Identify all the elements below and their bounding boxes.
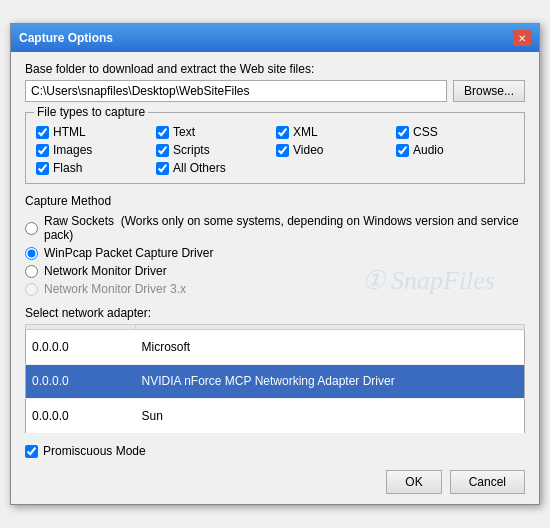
capture-method-section: Capture Method Raw Sockets (Works only o…: [25, 194, 525, 296]
promiscuous-checkbox[interactable]: [25, 445, 38, 458]
browse-button[interactable]: Browse...: [453, 80, 525, 102]
checkbox-audio[interactable]: Audio: [396, 143, 514, 157]
checkbox-all-others[interactable]: All Others: [156, 161, 274, 175]
close-button[interactable]: ✕: [513, 30, 531, 46]
checkbox-scripts[interactable]: Scripts: [156, 143, 274, 157]
promiscuous-label: Promiscuous Mode: [43, 444, 146, 458]
path-input[interactable]: [25, 80, 447, 102]
network-adapter-label: Select network adapter:: [25, 306, 525, 320]
base-folder-label: Base folder to download and extract the …: [25, 62, 525, 76]
radio-raw-sockets[interactable]: Raw Sockets (Works only on some systems,…: [25, 214, 525, 242]
radio-winpcap[interactable]: WinPcap Packet Capture Driver: [25, 246, 525, 260]
checkbox-text[interactable]: Text: [156, 125, 274, 139]
capture-method-title: Capture Method: [25, 194, 525, 208]
title-bar: Capture Options ✕: [11, 24, 539, 52]
table-row[interactable]: 0.0.0.0 Sun: [26, 399, 525, 434]
cancel-button[interactable]: Cancel: [450, 470, 525, 494]
checkbox-xml[interactable]: XML: [276, 125, 394, 139]
table-row[interactable]: 0.0.0.0 Microsoft: [26, 330, 525, 365]
checkbox-images[interactable]: Images: [36, 143, 154, 157]
promiscuous-row[interactable]: Promiscuous Mode: [25, 444, 525, 458]
buttons-row: OK Cancel: [25, 470, 525, 494]
checkbox-video[interactable]: Video: [276, 143, 394, 157]
checkbox-html[interactable]: HTML: [36, 125, 154, 139]
path-row: Browse...: [25, 80, 525, 102]
file-types-grid: HTML Text XML CSS Images Scripts: [36, 125, 514, 175]
file-types-group: File types to capture HTML Text XML CSS: [25, 112, 525, 184]
checkbox-flash[interactable]: Flash: [36, 161, 154, 175]
checkbox-css[interactable]: CSS: [396, 125, 514, 139]
dialog-title: Capture Options: [19, 31, 113, 45]
radio-network-monitor[interactable]: Network Monitor Driver: [25, 264, 525, 278]
table-row[interactable]: 0.0.0.0 NVIDIA nForce MCP Networking Ada…: [26, 364, 525, 399]
network-adapter-section: Select network adapter: 0.0.0.0 Microsof…: [25, 306, 525, 434]
network-adapter-table: 0.0.0.0 Microsoft 0.0.0.0 NVIDIA nForce …: [25, 324, 525, 434]
ok-button[interactable]: OK: [386, 470, 441, 494]
capture-options-dialog: Capture Options ✕ Base folder to downloa…: [10, 23, 540, 505]
file-types-label: File types to capture: [34, 105, 148, 119]
radio-network-monitor-3x: Network Monitor Driver 3.x: [25, 282, 525, 296]
